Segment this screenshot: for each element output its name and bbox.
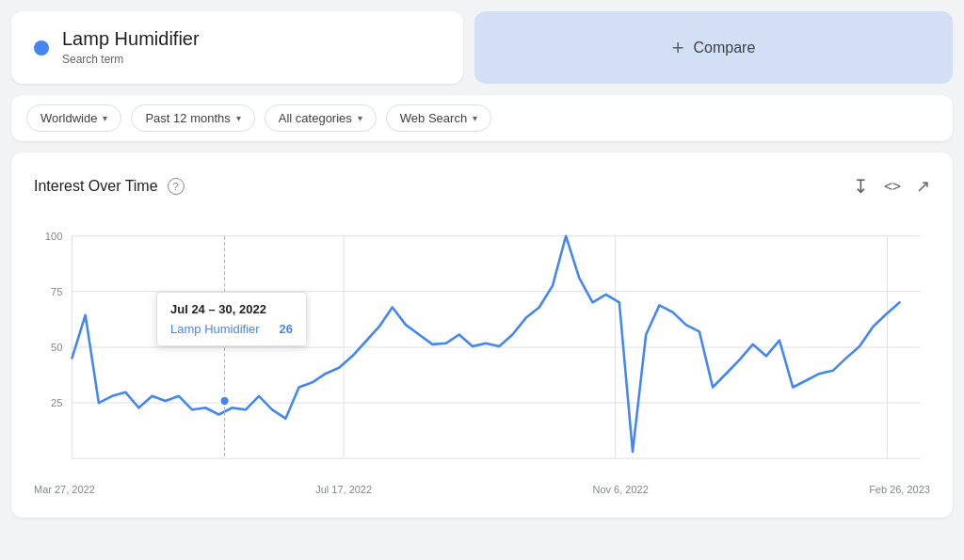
x-label-3: Nov 6, 2022 (592, 484, 648, 495)
search-term-card: Lamp Humidifier Search term (11, 11, 463, 84)
chart-title: Interest Over Time (34, 178, 158, 195)
chart-container: 100 75 50 25 Jul 24 – 30, 2022 Lamp Humi… (34, 216, 930, 480)
filter-worldwide[interactable]: Worldwide ▾ (26, 104, 121, 132)
filter-search-type-label: Web Search (400, 111, 467, 125)
embed-icon[interactable]: <> (884, 178, 901, 195)
chart-actions: ↧ <> ↗ (853, 175, 930, 198)
filter-bar: Worldwide ▾ Past 12 months ▾ All categor… (11, 95, 953, 141)
svg-point-14 (219, 396, 229, 406)
compare-card[interactable]: + Compare (474, 11, 953, 84)
filter-worldwide-label: Worldwide (40, 111, 97, 125)
x-axis-labels: Mar 27, 2022 Jul 17, 2022 Nov 6, 2022 Fe… (34, 484, 930, 495)
share-icon[interactable]: ↗ (916, 176, 930, 197)
compare-label: Compare (694, 40, 756, 56)
search-term-subtitle: Search term (62, 53, 123, 66)
chart-title-area: Interest Over Time ? (34, 178, 185, 195)
help-label: ? (173, 181, 179, 192)
x-label-4: Feb 26, 2023 (869, 484, 930, 495)
search-dot (34, 40, 49, 56)
svg-text:50: 50 (51, 342, 62, 353)
filter-category-label: All categories (279, 111, 352, 125)
chart-card: Interest Over Time ? ↧ <> ↗ (11, 152, 953, 518)
svg-text:75: 75 (51, 286, 62, 297)
chart-header: Interest Over Time ? ↧ <> ↗ (34, 175, 930, 198)
search-term-text: Lamp Humidifier Search term (62, 28, 200, 67)
svg-text:25: 25 (51, 397, 62, 408)
filter-search-type[interactable]: Web Search ▾ (386, 104, 491, 132)
chart-svg: 100 75 50 25 (34, 216, 930, 480)
chevron-down-icon: ▾ (103, 113, 107, 123)
chevron-down-icon: ▾ (236, 113, 241, 123)
x-label-2: Jul 17, 2022 (315, 484, 372, 495)
chevron-down-icon: ▾ (473, 113, 477, 123)
x-label-1: Mar 27, 2022 (34, 484, 95, 495)
help-icon[interactable]: ? (168, 178, 185, 195)
search-term-title: Lamp Humidifier (62, 28, 200, 50)
plus-icon: + (672, 36, 684, 60)
filter-time-label: Past 12 months (145, 111, 230, 125)
chevron-down-icon: ▾ (358, 113, 362, 123)
svg-text:100: 100 (45, 231, 63, 242)
filter-time[interactable]: Past 12 months ▾ (131, 104, 254, 132)
filter-category[interactable]: All categories ▾ (265, 104, 377, 132)
top-section: Lamp Humidifier Search term + Compare (11, 11, 953, 84)
download-icon[interactable]: ↧ (853, 175, 869, 198)
